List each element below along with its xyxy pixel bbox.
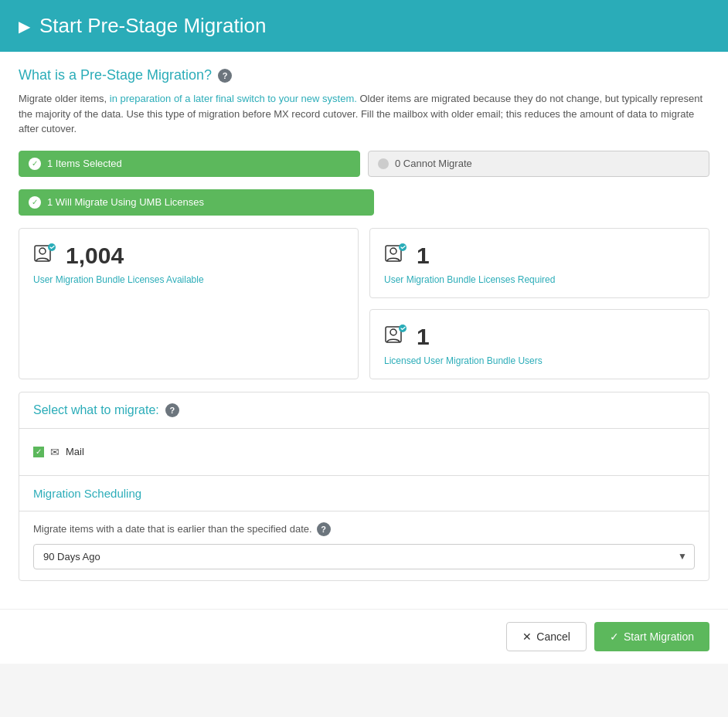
cancel-x-icon: ✕ (522, 630, 532, 643)
select-help-icon[interactable]: ? (165, 403, 179, 417)
cancel-label: Cancel (536, 630, 570, 643)
licenses-required-card: 1 User Migration Bundle Licenses Require… (369, 228, 709, 298)
licensed-users-count: 1 (417, 324, 430, 350)
items-selected-label: 1 Items Selected (47, 158, 122, 169)
licenses-available-count: 1,004 (66, 243, 124, 269)
page-header: ▶ Start Pre-Stage Migration (0, 0, 728, 52)
green-check-icon: ✓ (29, 158, 41, 170)
select-migrate-panel: Select what to migrate: ? ✓ ✉ Mail Migra… (19, 392, 709, 581)
header-title: Start Pre-Stage Migration (39, 14, 266, 38)
licenses-required-count: 1 (417, 243, 430, 269)
main-content: What is a Pre-Stage Migration? ? Migrate… (0, 52, 728, 609)
card-top-required: 1 (384, 241, 695, 271)
scheduling-header: Migration Scheduling (19, 476, 709, 511)
scheduling-date-text: Migrate items with a date that is earlie… (33, 523, 312, 535)
select-migrate-body: ✓ ✉ Mail (19, 429, 709, 475)
section-heading: What is a Pre-Stage Migration? ? (19, 67, 709, 83)
date-select[interactable]: 90 Days Ago 30 Days Ago 60 Days Ago 180 … (33, 544, 695, 569)
svg-point-5 (399, 243, 407, 251)
play-icon: ▶ (19, 17, 30, 36)
select-migrate-title: Select what to migrate: ? (33, 403, 695, 417)
scheduling-section: Migration Scheduling Migrate items with … (19, 475, 709, 580)
cannot-migrate-badge: 0 Cannot Migrate (368, 151, 709, 177)
scheduling-date-label: Migrate items with a date that is earlie… (33, 522, 695, 536)
mail-icon: ✉ (50, 446, 60, 458)
card-top-licensed: 1 (384, 322, 695, 352)
select-migrate-label: Select what to migrate: (33, 403, 159, 417)
card-top-left: 1,004 (33, 241, 344, 271)
stats-grid: ✓ 1 Items Selected 0 Cannot Migrate (19, 151, 709, 177)
umb-licenses-label: 1 Will Migrate Using UMB Licenses (47, 196, 204, 208)
select-migrate-header: Select what to migrate: ? (19, 392, 709, 429)
description-text: Migrate older items, in preparation of a… (19, 91, 709, 137)
mail-checkbox-row: ✓ ✉ Mail (33, 440, 695, 464)
footer: ✕ Cancel ✓ Start Migration (0, 609, 728, 664)
svg-point-1 (39, 248, 46, 254)
mail-checkbox[interactable]: ✓ (33, 447, 44, 457)
licensed-users-label: Licensed User Migration Bundle Users (384, 355, 695, 366)
svg-point-4 (390, 248, 396, 254)
scheduling-help-icon[interactable]: ? (317, 522, 331, 536)
section-title: What is a Pre-Stage Migration? (19, 67, 212, 83)
cards-grid: 1,004 User Migration Bundle Licenses Ava… (19, 228, 709, 379)
licenses-required-label: User Migration Bundle Licenses Required (384, 274, 695, 285)
svg-point-7 (390, 329, 396, 335)
cancel-button[interactable]: ✕ Cancel (506, 622, 587, 651)
mail-label: Mail (66, 446, 84, 457)
start-migration-button[interactable]: ✓ Start Migration (594, 622, 709, 651)
help-icon[interactable]: ? (218, 69, 232, 83)
scheduling-body: Migrate items with a date that is earlie… (19, 511, 709, 580)
umb-badge-row: ✓ 1 Will Migrate Using UMB Licenses (19, 189, 709, 216)
date-select-wrapper: 90 Days Ago 30 Days Ago 60 Days Ago 180 … (33, 544, 695, 569)
green-check-icon-2: ✓ (29, 196, 41, 209)
right-cards: 1 User Migration Bundle Licenses Require… (369, 228, 709, 379)
licensed-users-card: 1 Licensed User Migration Bundle Users (369, 309, 709, 379)
svg-point-2 (48, 243, 56, 251)
licenses-available-card: 1,004 User Migration Bundle Licenses Ava… (19, 228, 359, 379)
user-license-icon (33, 241, 58, 271)
svg-point-8 (399, 325, 407, 332)
licenses-available-label: User Migration Bundle Licenses Available (33, 274, 344, 285)
items-selected-badge: ✓ 1 Items Selected (19, 151, 360, 177)
cannot-migrate-label: 0 Cannot Migrate (395, 158, 472, 169)
gray-dot-icon (378, 158, 389, 169)
start-check-icon: ✓ (610, 630, 619, 643)
start-label: Start Migration (624, 630, 694, 643)
umb-licenses-badge: ✓ 1 Will Migrate Using UMB Licenses (19, 189, 374, 216)
user-licensed-icon (384, 322, 409, 352)
user-license-required-icon (384, 241, 409, 271)
scheduling-title: Migration Scheduling (33, 487, 141, 500)
